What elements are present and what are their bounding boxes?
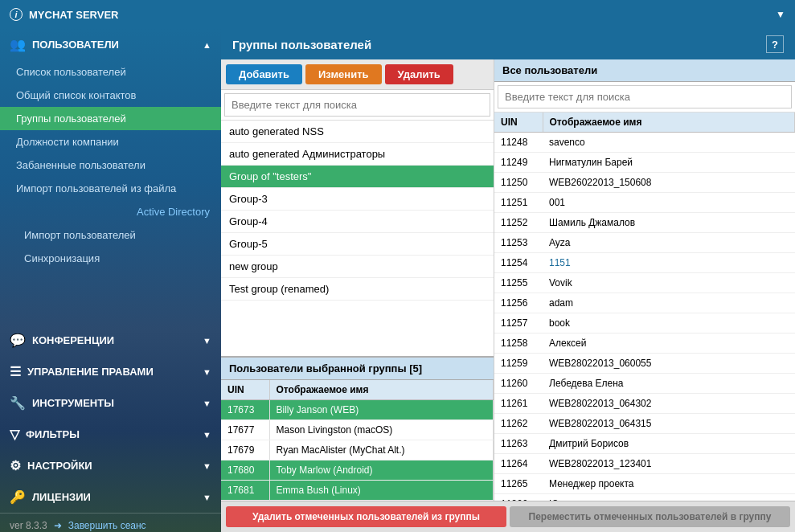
remove-from-group-button[interactable]: Удалить отмеченных пользователей из груп… <box>226 506 506 527</box>
cell-name: WEB28022013_064315 <box>543 414 795 434</box>
sidebar-item-import-users[interactable]: Импорт пользователей <box>0 223 221 247</box>
sidebar-item-banned[interactable]: Забаненные пользователи <box>0 153 221 177</box>
col-header-uin: UIN <box>221 380 269 400</box>
table-row[interactable]: 11259WEB28022013_060055 <box>494 354 795 374</box>
sidebar-item-positions[interactable]: Должности компании <box>0 130 221 153</box>
sidebar-item-user-groups[interactable]: Группы пользователей <box>0 107 221 130</box>
users-icon: 👥 <box>10 37 26 52</box>
selected-group-users-scroll: UIN Отображаемое имя 17673 Billy Janson … <box>221 380 494 501</box>
table-row[interactable]: 11251001 <box>494 193 795 213</box>
top-bar-chevron[interactable]: ▼ <box>776 9 785 20</box>
table-row[interactable]: 11257book <box>494 313 795 334</box>
help-button[interactable]: ? <box>766 35 784 53</box>
cell-uin: 17679 <box>221 440 269 460</box>
selected-group-header: Пользователи выбранной группы [5] <box>221 358 494 380</box>
table-row[interactable]: 11258Алексей <box>494 334 795 354</box>
licenses-icon: 🔑 <box>10 489 26 505</box>
col-header-uin: UIN <box>494 113 543 133</box>
table-row[interactable]: 17677 Mason Livingston (macOS) <box>221 420 494 440</box>
sidebar-item-user-list[interactable]: Список пользователей <box>0 60 221 84</box>
table-row[interactable]: 17680 Toby Marlow (Android) <box>221 460 494 481</box>
list-item[interactable]: Group-3 <box>221 188 494 211</box>
table-row[interactable]: 11265Менеджер проекта <box>494 474 795 494</box>
table-row[interactable]: 17673 Billy Janson (WEB) <box>221 400 494 420</box>
sidebar-header-users[interactable]: 👥 ПОЛЬЗОВАТЕЛИ ▲ <box>0 29 221 60</box>
filters-chevron: ▼ <box>203 430 211 440</box>
all-users-search-input[interactable] <box>498 85 792 108</box>
groups-search-input[interactable] <box>224 93 490 117</box>
cell-name: 1151 <box>543 253 795 273</box>
table-row[interactable]: 11263Дмитрий Борисов <box>494 434 795 454</box>
cell-uin: 11262 <box>494 414 543 434</box>
list-item[interactable]: new group <box>221 256 494 278</box>
cell-uin: 11257 <box>494 313 543 334</box>
table-row[interactable]: 11261WEB28022013_064302 <box>494 394 795 414</box>
cell-uin: 11250 <box>494 173 543 193</box>
sidebar-header-rights[interactable]: ☰ УПРАВЛЕНИЕ ПРАВАМИ ▼ <box>0 356 221 387</box>
app-wrapper: i MYCHAT SERVER ▼ 👥 ПОЛЬЗОВАТЕЛИ ▲ Списо… <box>0 0 795 532</box>
cell-name: book <box>543 313 795 334</box>
table-row[interactable]: 112541151 <box>494 253 795 273</box>
edit-button[interactable]: Изменить <box>305 64 382 84</box>
cell-name: savenco <box>543 133 795 153</box>
list-item[interactable]: Test group (renamed) <box>221 278 494 301</box>
cell-name: Менеджер проекта <box>543 474 795 494</box>
cell-name: Ayza <box>543 233 795 253</box>
sidebar-item-contacts[interactable]: Общий список контактов <box>0 84 221 107</box>
cell-name: WEB28022013_060055 <box>543 354 795 374</box>
all-users-table: UIN Отображаемое имя 11248savenco11249Ни… <box>494 113 795 501</box>
table-row[interactable]: 11256adam <box>494 293 795 313</box>
cell-name: Нигматулин Барей <box>543 153 795 173</box>
tools-icon: 🔧 <box>10 395 26 411</box>
logout-label[interactable]: Завершить сеанс <box>68 520 146 531</box>
move-to-group-button[interactable]: Переместить отмеченных пользователей в г… <box>510 506 790 527</box>
licenses-chevron: ▼ <box>203 493 211 502</box>
cell-name: Шамиль Джамалов <box>543 213 795 233</box>
sidebar-section-licenses-label: ЛИЦЕНЗИИ <box>32 491 91 503</box>
list-item[interactable]: auto generated NSS <box>221 121 494 143</box>
table-row[interactable]: 11262WEB28022013_064315 <box>494 414 795 434</box>
table-row[interactable]: 11264WEB28022013_123401 <box>494 454 795 474</box>
delete-button[interactable]: Удалить <box>385 64 453 84</box>
sidebar-section-conferences-label: КОНФЕРЕНЦИИ <box>32 334 114 346</box>
table-row[interactable]: 17679 Ryan MacAlister (MyChat Alt.) <box>221 440 494 460</box>
cell-uin: 11261 <box>494 394 543 414</box>
table-row[interactable]: 11249Нигматулин Барей <box>494 153 795 173</box>
table-row[interactable]: 11253Ayza <box>494 233 795 253</box>
sidebar-item-import-file[interactable]: Импорт пользователей из файла <box>0 177 221 200</box>
cell-uin: 11252 <box>494 213 543 233</box>
table-row[interactable]: 11248savenco <box>494 133 795 153</box>
table-row[interactable]: 11260Лебедева Елена <box>494 374 795 394</box>
list-item[interactable]: auto generated Администраторы <box>221 143 494 166</box>
sidebar-header-settings[interactable]: ⚙ НАСТРОЙКИ ▼ <box>0 450 221 481</box>
sidebar-header-tools[interactable]: 🔧 ИНСТРУМЕНТЫ ▼ <box>0 387 221 419</box>
sidebar-item-sync[interactable]: Синхронизация <box>0 247 221 270</box>
sidebar-header-filters[interactable]: ▽ ФИЛЬТРЫ ▼ <box>0 419 221 450</box>
cell-uin: 17673 <box>221 400 269 420</box>
action-bar: Удалить отмеченных пользователей из груп… <box>221 501 795 532</box>
list-item[interactable]: Group-5 <box>221 233 494 256</box>
sidebar-header-conferences[interactable]: 💬 КОНФЕРЕНЦИИ ▼ <box>0 325 221 356</box>
table-row[interactable]: 11266Юлия <box>494 494 795 501</box>
rights-chevron: ▼ <box>203 367 211 377</box>
tools-chevron: ▼ <box>203 399 211 408</box>
three-cols: Добавить Изменить Удалить auto generated… <box>221 59 795 501</box>
cell-uin: 11249 <box>494 153 543 173</box>
list-item[interactable]: Group of "testers" <box>221 166 494 188</box>
sidebar-header-licenses[interactable]: 🔑 ЛИЦЕНЗИИ ▼ <box>0 481 221 513</box>
col-header-name: Отображаемое имя <box>269 380 494 400</box>
table-row[interactable]: 11255Vovik <box>494 273 795 293</box>
sidebar-section-users-label: ПОЛЬЗОВАТЕЛИ <box>32 39 119 51</box>
page-title: Группы пользователей <box>232 38 371 51</box>
top-bar: i MYCHAT SERVER ▼ <box>0 0 795 29</box>
selected-users-table: UIN Отображаемое имя 17673 Billy Janson … <box>221 380 494 501</box>
add-button[interactable]: Добавить <box>226 64 302 84</box>
list-item[interactable]: Group-4 <box>221 211 494 233</box>
sidebar-item-active-directory[interactable]: Active Directory <box>0 200 221 223</box>
table-row[interactable]: 17681 Emma Bush (Linux) <box>221 481 494 501</box>
table-row[interactable]: 11250WEB26022013_150608 <box>494 173 795 193</box>
table-row[interactable]: 11252Шамиль Джамалов <box>494 213 795 233</box>
cell-uin: 11260 <box>494 374 543 394</box>
sidebar-bottom: ver 8.3.3 ➜ Завершить сеанс <box>0 513 221 532</box>
all-users-header: Все пользователи <box>494 59 795 82</box>
